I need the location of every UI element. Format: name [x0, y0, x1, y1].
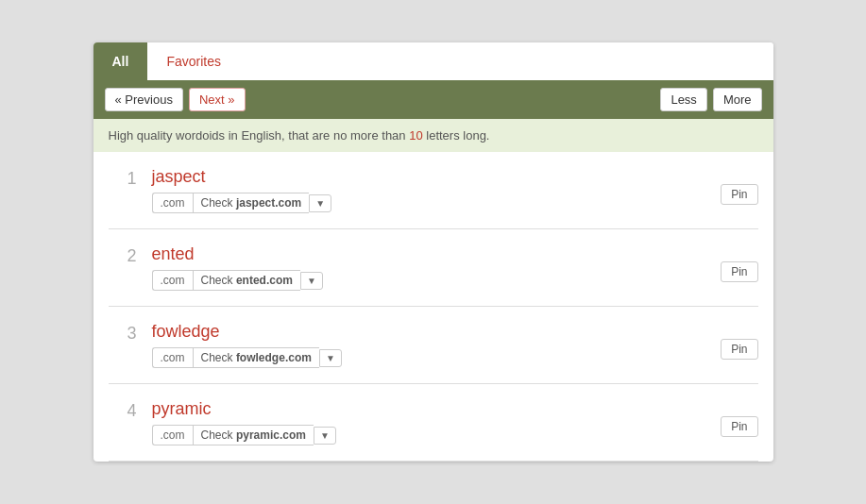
toolbar: « Previous Next » Less More: [93, 80, 773, 119]
word-content: pyramic .com Check pyramic.com ▼: [152, 399, 706, 445]
word-item: 1 jaspect .com Check jaspect.com ▼ Pin: [109, 152, 758, 229]
info-bar: High quality wordoids in English, that a…: [93, 119, 773, 152]
word-number: 3: [109, 322, 137, 344]
prev-button[interactable]: « Previous: [105, 88, 183, 111]
more-button[interactable]: More: [713, 88, 762, 111]
word-item: 2 ented .com Check ented.com ▼ Pin: [109, 229, 758, 307]
word-actions: .com Check jaspect.com ▼: [152, 193, 706, 213]
word-name: fowledge: [152, 322, 706, 342]
toolbar-nav: « Previous Next »: [105, 88, 246, 111]
info-highlight: 10: [409, 128, 422, 143]
word-actions: .com Check fowledge.com ▼: [152, 347, 706, 368]
next-button[interactable]: Next »: [189, 88, 246, 111]
domain-badge: .com: [152, 425, 193, 445]
word-item: 3 fowledge .com Check fowledge.com ▼ Pin: [109, 307, 758, 384]
dropdown-button[interactable]: ▼: [319, 349, 342, 367]
word-list: 1 jaspect .com Check jaspect.com ▼ Pin 2…: [93, 152, 773, 462]
main-container: All Favorites « Previous Next » Less Mor…: [93, 42, 773, 462]
word-row-right: Pin: [721, 167, 757, 205]
word-number: 2: [109, 244, 137, 266]
toolbar-filter: Less More: [660, 88, 761, 111]
dropdown-button[interactable]: ▼: [309, 194, 331, 212]
word-row-right: Pin: [721, 399, 757, 437]
word-content: fowledge .com Check fowledge.com ▼: [152, 322, 706, 368]
check-domain-button[interactable]: Check fowledge.com: [193, 347, 319, 368]
check-domain-button[interactable]: Check jaspect.com: [193, 193, 310, 213]
word-number: 1: [109, 167, 137, 189]
pin-button[interactable]: Pin: [721, 416, 757, 437]
word-row-right: Pin: [721, 322, 757, 360]
check-domain-button[interactable]: Check ented.com: [193, 270, 300, 291]
check-domain-button[interactable]: Check pyramic.com: [193, 425, 314, 445]
dropdown-button[interactable]: ▼: [300, 272, 323, 290]
info-text-after: letters long.: [423, 128, 490, 143]
word-row-right: Pin: [721, 244, 757, 282]
word-number: 4: [109, 399, 137, 421]
word-name: jaspect: [152, 167, 706, 187]
word-content: jaspect .com Check jaspect.com ▼: [152, 167, 706, 213]
domain-badge: .com: [152, 347, 193, 368]
word-content: ented .com Check ented.com ▼: [152, 244, 706, 291]
dropdown-button[interactable]: ▼: [314, 427, 336, 445]
tabs-row: All Favorites: [93, 42, 773, 80]
word-item: 4 pyramic .com Check pyramic.com ▼ Pin: [109, 384, 758, 462]
word-actions: .com Check ented.com ▼: [152, 270, 706, 291]
domain-badge: .com: [152, 193, 193, 213]
word-name: pyramic: [152, 399, 706, 419]
info-text-before: High quality wordoids in English, that a…: [109, 128, 410, 143]
tab-all[interactable]: All: [93, 42, 148, 80]
pin-button[interactable]: Pin: [721, 261, 757, 282]
pin-button[interactable]: Pin: [721, 339, 757, 360]
word-actions: .com Check pyramic.com ▼: [152, 425, 706, 445]
less-button[interactable]: Less: [660, 88, 706, 111]
domain-badge: .com: [152, 270, 193, 291]
pin-button[interactable]: Pin: [721, 184, 757, 205]
word-name: ented: [152, 244, 706, 264]
tab-favorites[interactable]: Favorites: [147, 42, 240, 80]
